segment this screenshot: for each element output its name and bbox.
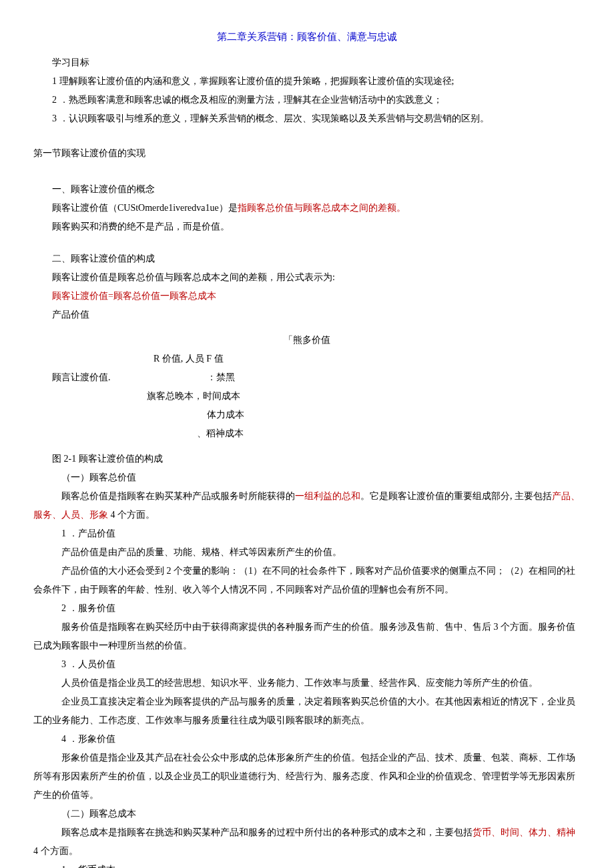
sub1-heading: 一、顾客让渡价值的概念 (33, 180, 581, 199)
s22-p1: 顾客总成本是指顾客在挑选和购买某种产品和服务的过程中所付出的各种形式的成本之和，… (33, 823, 581, 861)
struct-l3b: ：禁黑 (167, 372, 235, 382)
s21-p1b: 一组利益的总和 (295, 491, 360, 501)
struct-l4: 旗客总晚本，时间成本 (33, 387, 581, 406)
chapter-title: 第二章关系营销：顾客价值、满意与忠诚 (33, 27, 581, 47)
sub1-line1: 顾客让渡价值（CUStOmerde1iveredva1ue）是指顾客总价值与顾客… (33, 199, 581, 218)
pers-p2: 企业员工直接决定着企业为顾客提供的产品与服务的质量，决定着顾客购买总价值的大小。… (33, 693, 581, 730)
struct-l3: 顾言让渡价值.：禁黑 (33, 368, 581, 387)
s22-p1a: 顾客总成本是指顾客在挑选和购买某种产品和服务的过程中所付出的各种形式的成本之和，… (61, 827, 473, 837)
s21-p1e: 4 个方面。 (108, 510, 155, 520)
section-1-heading: 第一节顾客让渡价值的实现 (33, 144, 581, 163)
s21-p1a: 顾客总价值是指顾客在购买某种产品或服务时所能获得的 (61, 491, 295, 501)
struct-l1: 「熊多价值 (33, 331, 581, 350)
s21-p1: 顾客总价值是指顾客在购买某种产品或服务时所能获得的一组利益的总和。它是顾客让渡价… (33, 487, 581, 524)
sub1-line1-text: 顾客让渡价值（CUStOmerde1iveredva1ue）是 (52, 203, 238, 213)
s22-p1b: 货币、时间、体力、精神 (473, 827, 575, 837)
serv-heading: 2 ．服务价值 (33, 599, 581, 618)
img-heading: 4 ．形象价值 (33, 730, 581, 749)
s22-heading: （二）顾客总成本 (33, 805, 581, 823)
s21-heading: （一）顾客总价值 (33, 468, 581, 487)
struct-l5: 体力成本 (33, 406, 581, 424)
s22-p1c: 4 个方面。 (33, 846, 78, 856)
prod-heading: 1 ．产品价值 (33, 524, 581, 543)
pers-heading: 3 ．人员价值 (33, 655, 581, 674)
struct-l6: 、稻神成本 (33, 424, 581, 443)
sub2-heading: 二、顾客让渡价值的构成 (33, 250, 581, 268)
study-goal-3: 3 ．认识顾客吸引与维系的意义，理解关系营销的概念、层次、实现策略以及关系营销与… (33, 109, 581, 128)
figure-2-1-label: 图 2-1 顾客让渡价值的构成 (33, 450, 581, 468)
serv-p1: 服务价值是指顾客在购买经历中由于获得商家提供的各种服务而产生的价值。服务涉及售前… (33, 618, 581, 655)
sub2-line2: 产品价值 (33, 306, 581, 324)
sub1-line2: 顾客购买和消费的绝不是产品，而是价值。 (33, 218, 581, 236)
prod-p1: 产品价值是由产品的质量、功能、规格、样式等因素所产生的价值。 (33, 543, 581, 562)
sub2-line1: 顾客让渡价值是顾客总价值与顾客总成本之间的差额，用公式表示为: (33, 268, 581, 287)
study-goal-2: 2 ．熟悉顾客满意和顾客忠诚的概念及相应的测量方法，理解其在企业营销活动中的实践… (33, 91, 581, 109)
sub2-formula: 顾客让渡价值=顾客总价值一顾客总成本 (33, 287, 581, 306)
study-goals-heading: 学习目标 (33, 53, 581, 72)
prod-p2: 产品价值的大小还会受到 2 个变量的影响：（1）在不同的社会条件下，顾客对产品价… (33, 562, 581, 599)
img-p1: 形象价值是指企业及其产品在社会公众中形成的总体形象所产生的价值。包括企业的产品、… (33, 749, 581, 805)
s21-p1c: 。它是顾客让渡价值的重要组成部分, 主要包括 (360, 491, 552, 501)
value-structure-block: 「熊多价值 R 价值, 人员 F 值 顾言让渡价值.：禁黑 旗客总晚本，时间成本… (33, 331, 581, 443)
pers-p1: 人员价值是指企业员工的经营思想、知识水平、业务能力、工作效率与质量、经营作风、应… (33, 674, 581, 693)
sub1-line1-highlight: 指顾客总价值与顾客总成本之间的差额。 (238, 203, 406, 213)
struct-l2: R 价值, 人员 F 值 (33, 350, 581, 368)
study-goal-1: 1 理解顾客让渡价值的内涵和意义，掌握顾客让渡价值的提升策略，把握顾客让渡价值的… (33, 72, 581, 91)
money-heading: 1 ．货币成本 (33, 861, 581, 868)
struct-l3a: 顾言让渡价值. (33, 368, 167, 387)
